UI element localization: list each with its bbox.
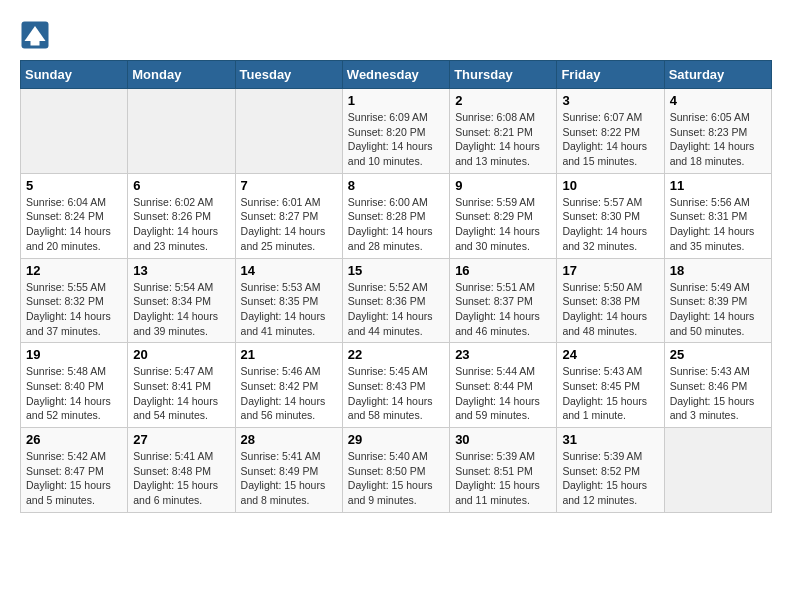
day-header-thursday: Thursday	[450, 61, 557, 89]
calendar-cell: 10Sunrise: 5:57 AMSunset: 8:30 PMDayligh…	[557, 173, 664, 258]
day-info: Sunrise: 5:46 AMSunset: 8:42 PMDaylight:…	[241, 364, 337, 423]
day-number: 30	[455, 432, 551, 447]
day-info: Sunrise: 5:51 AMSunset: 8:37 PMDaylight:…	[455, 280, 551, 339]
calendar-cell: 6Sunrise: 6:02 AMSunset: 8:26 PMDaylight…	[128, 173, 235, 258]
day-info: Sunrise: 5:50 AMSunset: 8:38 PMDaylight:…	[562, 280, 658, 339]
day-number: 1	[348, 93, 444, 108]
day-info: Sunrise: 5:52 AMSunset: 8:36 PMDaylight:…	[348, 280, 444, 339]
day-number: 18	[670, 263, 766, 278]
day-info: Sunrise: 5:44 AMSunset: 8:44 PMDaylight:…	[455, 364, 551, 423]
calendar-cell: 24Sunrise: 5:43 AMSunset: 8:45 PMDayligh…	[557, 343, 664, 428]
day-number: 20	[133, 347, 229, 362]
calendar-cell: 20Sunrise: 5:47 AMSunset: 8:41 PMDayligh…	[128, 343, 235, 428]
day-info: Sunrise: 5:39 AMSunset: 8:52 PMDaylight:…	[562, 449, 658, 508]
calendar-cell: 30Sunrise: 5:39 AMSunset: 8:51 PMDayligh…	[450, 428, 557, 513]
day-number: 5	[26, 178, 122, 193]
day-number: 21	[241, 347, 337, 362]
day-number: 3	[562, 93, 658, 108]
day-info: Sunrise: 5:41 AMSunset: 8:49 PMDaylight:…	[241, 449, 337, 508]
svg-rect-2	[31, 41, 40, 46]
day-info: Sunrise: 6:05 AMSunset: 8:23 PMDaylight:…	[670, 110, 766, 169]
calendar-week-1: 5Sunrise: 6:04 AMSunset: 8:24 PMDaylight…	[21, 173, 772, 258]
day-info: Sunrise: 6:01 AMSunset: 8:27 PMDaylight:…	[241, 195, 337, 254]
calendar-cell: 5Sunrise: 6:04 AMSunset: 8:24 PMDaylight…	[21, 173, 128, 258]
day-info: Sunrise: 6:08 AMSunset: 8:21 PMDaylight:…	[455, 110, 551, 169]
day-header-sunday: Sunday	[21, 61, 128, 89]
logo	[20, 20, 54, 50]
day-info: Sunrise: 5:39 AMSunset: 8:51 PMDaylight:…	[455, 449, 551, 508]
calendar-table: SundayMondayTuesdayWednesdayThursdayFrid…	[20, 60, 772, 513]
calendar-week-4: 26Sunrise: 5:42 AMSunset: 8:47 PMDayligh…	[21, 428, 772, 513]
calendar-cell: 26Sunrise: 5:42 AMSunset: 8:47 PMDayligh…	[21, 428, 128, 513]
day-info: Sunrise: 5:43 AMSunset: 8:46 PMDaylight:…	[670, 364, 766, 423]
day-info: Sunrise: 5:49 AMSunset: 8:39 PMDaylight:…	[670, 280, 766, 339]
day-info: Sunrise: 6:00 AMSunset: 8:28 PMDaylight:…	[348, 195, 444, 254]
calendar-cell	[235, 89, 342, 174]
day-number: 31	[562, 432, 658, 447]
day-info: Sunrise: 5:57 AMSunset: 8:30 PMDaylight:…	[562, 195, 658, 254]
calendar-cell: 16Sunrise: 5:51 AMSunset: 8:37 PMDayligh…	[450, 258, 557, 343]
day-number: 23	[455, 347, 551, 362]
calendar-cell: 29Sunrise: 5:40 AMSunset: 8:50 PMDayligh…	[342, 428, 449, 513]
calendar-cell: 22Sunrise: 5:45 AMSunset: 8:43 PMDayligh…	[342, 343, 449, 428]
calendar-cell: 8Sunrise: 6:00 AMSunset: 8:28 PMDaylight…	[342, 173, 449, 258]
calendar-cell: 17Sunrise: 5:50 AMSunset: 8:38 PMDayligh…	[557, 258, 664, 343]
calendar-cell: 18Sunrise: 5:49 AMSunset: 8:39 PMDayligh…	[664, 258, 771, 343]
day-number: 29	[348, 432, 444, 447]
day-number: 6	[133, 178, 229, 193]
day-number: 17	[562, 263, 658, 278]
day-number: 11	[670, 178, 766, 193]
day-header-friday: Friday	[557, 61, 664, 89]
day-number: 16	[455, 263, 551, 278]
calendar-cell: 15Sunrise: 5:52 AMSunset: 8:36 PMDayligh…	[342, 258, 449, 343]
day-info: Sunrise: 5:48 AMSunset: 8:40 PMDaylight:…	[26, 364, 122, 423]
calendar-cell: 21Sunrise: 5:46 AMSunset: 8:42 PMDayligh…	[235, 343, 342, 428]
calendar-cell: 11Sunrise: 5:56 AMSunset: 8:31 PMDayligh…	[664, 173, 771, 258]
calendar-cell: 25Sunrise: 5:43 AMSunset: 8:46 PMDayligh…	[664, 343, 771, 428]
day-info: Sunrise: 6:02 AMSunset: 8:26 PMDaylight:…	[133, 195, 229, 254]
day-info: Sunrise: 5:56 AMSunset: 8:31 PMDaylight:…	[670, 195, 766, 254]
page-header	[20, 20, 772, 50]
calendar-cell	[21, 89, 128, 174]
day-info: Sunrise: 5:55 AMSunset: 8:32 PMDaylight:…	[26, 280, 122, 339]
day-number: 13	[133, 263, 229, 278]
day-number: 25	[670, 347, 766, 362]
day-info: Sunrise: 5:47 AMSunset: 8:41 PMDaylight:…	[133, 364, 229, 423]
calendar-cell	[128, 89, 235, 174]
calendar-cell: 3Sunrise: 6:07 AMSunset: 8:22 PMDaylight…	[557, 89, 664, 174]
day-number: 10	[562, 178, 658, 193]
day-number: 28	[241, 432, 337, 447]
calendar-week-2: 12Sunrise: 5:55 AMSunset: 8:32 PMDayligh…	[21, 258, 772, 343]
day-number: 7	[241, 178, 337, 193]
calendar-cell: 13Sunrise: 5:54 AMSunset: 8:34 PMDayligh…	[128, 258, 235, 343]
logo-icon	[20, 20, 50, 50]
calendar-cell: 12Sunrise: 5:55 AMSunset: 8:32 PMDayligh…	[21, 258, 128, 343]
calendar-week-0: 1Sunrise: 6:09 AMSunset: 8:20 PMDaylight…	[21, 89, 772, 174]
calendar-cell: 2Sunrise: 6:08 AMSunset: 8:21 PMDaylight…	[450, 89, 557, 174]
calendar-cell: 27Sunrise: 5:41 AMSunset: 8:48 PMDayligh…	[128, 428, 235, 513]
day-info: Sunrise: 6:09 AMSunset: 8:20 PMDaylight:…	[348, 110, 444, 169]
day-number: 24	[562, 347, 658, 362]
day-number: 27	[133, 432, 229, 447]
calendar-header-row: SundayMondayTuesdayWednesdayThursdayFrid…	[21, 61, 772, 89]
calendar-cell: 4Sunrise: 6:05 AMSunset: 8:23 PMDaylight…	[664, 89, 771, 174]
day-number: 2	[455, 93, 551, 108]
day-header-saturday: Saturday	[664, 61, 771, 89]
day-number: 12	[26, 263, 122, 278]
day-info: Sunrise: 5:42 AMSunset: 8:47 PMDaylight:…	[26, 449, 122, 508]
calendar-cell: 7Sunrise: 6:01 AMSunset: 8:27 PMDaylight…	[235, 173, 342, 258]
day-number: 8	[348, 178, 444, 193]
day-number: 22	[348, 347, 444, 362]
day-info: Sunrise: 5:41 AMSunset: 8:48 PMDaylight:…	[133, 449, 229, 508]
day-info: Sunrise: 5:54 AMSunset: 8:34 PMDaylight:…	[133, 280, 229, 339]
day-header-monday: Monday	[128, 61, 235, 89]
day-number: 26	[26, 432, 122, 447]
day-info: Sunrise: 5:53 AMSunset: 8:35 PMDaylight:…	[241, 280, 337, 339]
day-info: Sunrise: 6:07 AMSunset: 8:22 PMDaylight:…	[562, 110, 658, 169]
calendar-week-3: 19Sunrise: 5:48 AMSunset: 8:40 PMDayligh…	[21, 343, 772, 428]
day-header-wednesday: Wednesday	[342, 61, 449, 89]
day-info: Sunrise: 5:43 AMSunset: 8:45 PMDaylight:…	[562, 364, 658, 423]
day-header-tuesday: Tuesday	[235, 61, 342, 89]
day-number: 4	[670, 93, 766, 108]
day-number: 14	[241, 263, 337, 278]
